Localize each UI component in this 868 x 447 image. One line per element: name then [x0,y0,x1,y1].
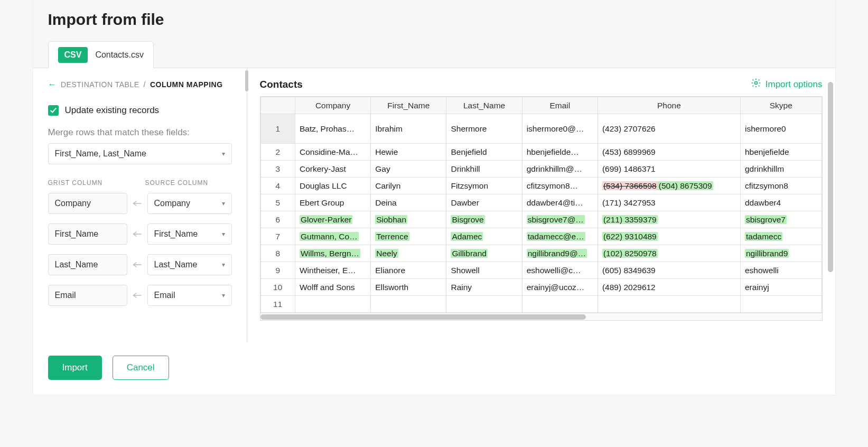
horizontal-scrollbar[interactable] [260,313,822,320]
table-cell[interactable] [446,296,522,313]
table-cell[interactable]: cfitzsymon8 [741,178,822,194]
source-column-select[interactable]: Last_Name▾ [147,254,232,275]
table-cell[interactable]: ishermore0 [741,114,822,144]
table-cell[interactable]: Siobhan [371,211,446,228]
table-cell[interactable]: Neely [371,245,446,262]
table-cell[interactable]: Considine-Ma… [295,144,370,161]
table-cell[interactable]: (534) 7366598(504) 8675309 [598,178,740,194]
table-row[interactable]: 11 [260,296,822,313]
table-cell[interactable] [295,296,370,313]
table-cell[interactable]: hbenjefielde… [522,144,598,161]
table-row[interactable]: 8Willms, Bergn…NeelyGillibrandngillibran… [260,245,822,262]
table-row[interactable]: 9Wintheiser, E…ElianoreShowelleshowelli@… [260,262,822,279]
merge-fields-value: First_Name, Last_Name [55,149,146,159]
table-cell[interactable]: ngillibrand9@… [522,245,598,262]
table-cell[interactable]: Shermore [446,114,522,144]
table-cell[interactable]: Dawber [446,194,522,211]
column-header[interactable]: First_Name [371,97,446,114]
table-cell[interactable]: Batz, Prohas… [295,114,370,144]
table-cell[interactable]: Wolff and Sons [295,279,370,296]
table-cell[interactable]: ddawber4@ti… [522,194,598,211]
source-column-select[interactable]: Email▾ [147,285,232,306]
table-row[interactable]: 6Glover-ParkerSiobhanBisgrovesbisgrove7@… [260,211,822,228]
table-cell[interactable]: Ellsworth [371,279,446,296]
table-cell[interactable]: (605) 8349639 [598,262,740,279]
table-row[interactable]: 7Gutmann, Co…TerrenceAdamectadamecc@e…(6… [260,228,822,245]
import-button[interactable]: Import [48,356,102,380]
table-cell[interactable]: tadamecc@e… [522,228,598,245]
table-cell[interactable]: Benjefield [446,144,522,161]
merge-fields-select[interactable]: First_Name, Last_Name ▾ [48,143,232,164]
table-cell[interactable]: ngillibrand9 [741,245,822,262]
table-cell[interactable]: cfitzsymon8… [522,178,598,194]
table-cell[interactable]: Terrence [371,228,446,245]
table-cell[interactable]: Glover-Parker [295,211,370,228]
table-cell[interactable]: Carilyn [371,178,446,194]
table-cell[interactable]: tadamecc [741,228,822,245]
table-cell[interactable]: (171) 3427953 [598,194,740,211]
table-cell[interactable]: (102) 8250978 [598,245,740,262]
table-cell[interactable]: Ebert Group [295,194,370,211]
table-cell[interactable]: ddawber4 [741,194,822,211]
column-header[interactable]: Skype [741,97,822,114]
table-cell[interactable]: erainyj [741,279,822,296]
table-cell[interactable]: (489) 2029612 [598,279,740,296]
table-cell[interactable]: hbenjefielde [741,144,822,161]
table-cell[interactable]: Willms, Bergn… [295,245,370,262]
source-column-select[interactable]: First_Name▾ [147,224,232,245]
table-cell[interactable]: gdrinkhillm [741,161,822,178]
table-cell[interactable]: ishermore0@… [522,114,598,144]
table-cell[interactable]: Drinkhill [446,161,522,178]
table-row[interactable]: 3Corkery-JastGayDrinkhillgdrinkhillm@…(6… [260,161,822,178]
cancel-button[interactable]: Cancel [113,356,169,380]
table-cell[interactable]: Gutmann, Co… [295,228,370,245]
table-cell[interactable]: Bisgrove [446,211,522,228]
table-cell[interactable]: sbisgrove7@… [522,211,598,228]
table-row[interactable]: 1Batz, Prohas…IbrahimShermoreishermore0@… [260,114,822,144]
column-header[interactable]: Phone [598,97,740,114]
table-cell[interactable]: Showell [446,262,522,279]
import-options-button[interactable]: Import options [751,78,823,91]
column-header[interactable]: Email [522,97,598,114]
table-cell[interactable]: erainyj@ucoz… [522,279,598,296]
table-cell[interactable]: eshowelli@c… [522,262,598,279]
back-arrow-icon[interactable]: ← [48,80,57,89]
table-cell[interactable]: (423) 2707626 [598,114,740,144]
file-tab[interactable]: CSV Contacts.csv [48,41,154,68]
table-cell[interactable] [598,296,740,313]
breadcrumb-step-destination[interactable]: DESTINATION TABLE [61,80,139,89]
table-row[interactable]: 5Ebert GroupDeinaDawberddawber4@ti…(171)… [260,194,822,211]
table-cell[interactable]: (453) 6899969 [598,144,740,161]
update-existing-row[interactable]: Update existing records [48,105,232,116]
table-cell[interactable]: Fitzsymon [446,178,522,194]
table-cell[interactable]: Adamec [446,228,522,245]
table-cell[interactable]: (211) 3359379 [598,211,740,228]
table-cell[interactable] [522,296,598,313]
vertical-scrollbar[interactable] [828,82,833,272]
scrollbar-thumb[interactable] [260,314,586,320]
table-cell[interactable]: Wintheiser, E… [295,262,370,279]
table-cell[interactable] [741,296,822,313]
table-row[interactable]: 2Considine-Ma…HewieBenjefieldhbenjefield… [260,144,822,161]
table-cell[interactable]: Ibrahim [371,114,446,144]
table-cell[interactable]: Elianore [371,262,446,279]
table-cell[interactable]: sbisgrove7 [741,211,822,228]
table-cell[interactable]: Hewie [371,144,446,161]
table-cell[interactable]: Gillibrand [446,245,522,262]
table-cell[interactable]: Douglas LLC [295,178,370,194]
table-cell[interactable]: Gay [371,161,446,178]
update-existing-checkbox[interactable] [48,105,59,116]
column-header[interactable]: Company [295,97,370,114]
table-row[interactable]: 10Wolff and SonsEllsworthRainyerainyj@uc… [260,279,822,296]
table-cell[interactable]: (699) 1486371 [598,161,740,178]
table-row[interactable]: 4Douglas LLCCarilynFitzsymoncfitzsymon8…… [260,178,822,194]
table-cell[interactable]: Rainy [446,279,522,296]
table-cell[interactable]: eshowelli [741,262,822,279]
table-cell[interactable]: Corkery-Jast [295,161,370,178]
table-cell[interactable] [371,296,446,313]
source-column-select[interactable]: Company▾ [147,193,232,214]
table-cell[interactable]: Deina [371,194,446,211]
column-header[interactable]: Last_Name [446,97,522,114]
table-cell[interactable]: gdrinkhillm@… [522,161,598,178]
table-cell[interactable]: (622) 9310489 [598,228,740,245]
